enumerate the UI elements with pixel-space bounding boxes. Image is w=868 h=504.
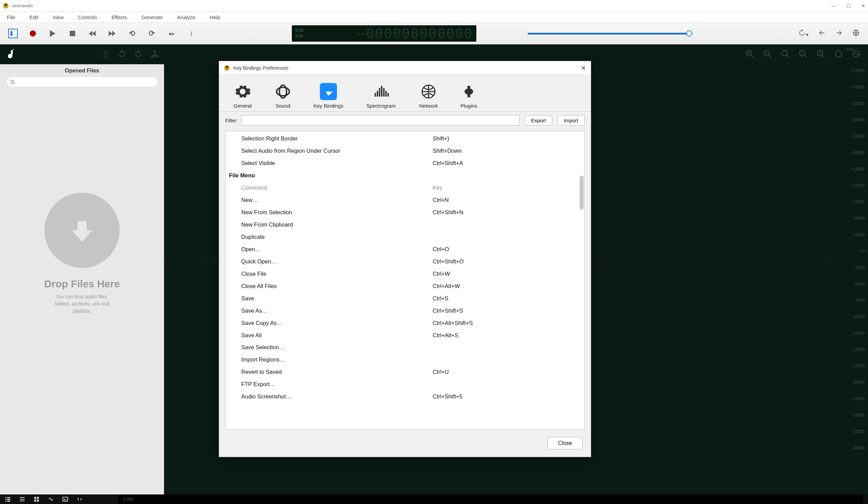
zoom-in-icon[interactable] — [745, 49, 755, 60]
menu-help[interactable]: Help — [210, 14, 220, 20]
volume-thumb[interactable] — [686, 30, 692, 37]
tab-general[interactable]: General — [223, 83, 263, 111]
filter-input[interactable] — [241, 115, 520, 125]
tab-network[interactable]: Network — [409, 83, 449, 111]
export-button[interactable]: Export — [525, 115, 552, 125]
keybinding-row[interactable]: New…Ctrl+N — [241, 194, 585, 206]
close-button[interactable]: Close — [547, 437, 583, 449]
info-button[interactable]: i — [187, 29, 196, 38]
ruler-tick: -7500 — [830, 298, 865, 303]
grip-icon[interactable] — [104, 50, 108, 59]
menu-analyze[interactable]: Analyze — [177, 14, 195, 20]
ruler-tick: -27500 — [830, 429, 865, 434]
keybinding-row[interactable]: Selection Right BorderShift+} — [241, 133, 585, 145]
view-lines-icon[interactable] — [19, 496, 25, 502]
menu-effects[interactable]: Effects — [111, 14, 127, 20]
keybinding-row[interactable]: New From SelectionCtrl+Shift+N — [241, 206, 585, 219]
minimize-button[interactable]: — — [831, 3, 836, 9]
maximize-button[interactable]: ☐ — [846, 3, 851, 9]
keybinding-row[interactable]: Select VisibleCtrl+Shift+A — [241, 157, 585, 169]
link-icon[interactable] — [48, 496, 54, 502]
ruler-tick: -12500 — [830, 331, 865, 336]
scrollbar-thumb[interactable] — [580, 176, 584, 210]
keybinding-row[interactable]: FTP Export… — [241, 378, 585, 391]
keybinding-row[interactable]: Revert to SavedCtrl+U — [241, 366, 585, 378]
keybinding-row[interactable]: Select Audio from Region Under CursorShi… — [241, 145, 585, 157]
dialog-close-x[interactable]: ✕ — [581, 64, 586, 72]
import-button[interactable]: Import — [557, 115, 585, 125]
drop-target-icon[interactable] — [44, 193, 120, 268]
tab-sound[interactable]: Sound — [263, 83, 303, 111]
forward-button[interactable] — [107, 29, 117, 38]
menu-generate[interactable]: Generate — [142, 14, 163, 20]
lcd-ch: 0 ch — [295, 33, 304, 39]
menu-view[interactable]: View — [53, 14, 64, 20]
drop-title: Drop Files Here — [44, 278, 120, 290]
keybinding-row[interactable]: Save As…Ctrl+Shift+S — [241, 305, 585, 317]
zoom-vertical-icon[interactable] — [816, 49, 826, 60]
zoom-selection-icon[interactable] — [798, 49, 808, 60]
keybinding-row[interactable]: CommandKey — [241, 182, 585, 194]
history-button[interactable]: ▾ — [798, 29, 808, 38]
keybinding-row[interactable]: Duplicate — [241, 231, 585, 243]
loop-selection-button[interactable]: ⟳ — [147, 29, 156, 38]
redo-button[interactable] — [134, 49, 143, 60]
ruler-tick: +0 — [830, 249, 865, 254]
volume-slider[interactable] — [528, 33, 692, 34]
loop-button[interactable]: ⟲ — [127, 29, 137, 38]
view-list-icon[interactable] — [5, 496, 11, 502]
keybindings-icon — [320, 83, 337, 100]
sort-icon[interactable] — [76, 496, 83, 502]
preferences-dialog: Key Bindings Preferences ✕ General Sound… — [219, 61, 591, 457]
keybinding-row[interactable]: Import Regions… — [241, 354, 585, 366]
ruler-tick: -20000 — [830, 380, 865, 385]
keybinding-row[interactable]: New From Clipboard — [241, 219, 585, 231]
menu-file[interactable]: File — [7, 14, 15, 20]
statusbar: 0.000 — [0, 494, 868, 504]
cut-button[interactable] — [151, 49, 159, 60]
keybinding-row[interactable]: Open…Ctrl+O — [241, 243, 585, 256]
zoom-fit-icon[interactable] — [781, 49, 790, 60]
plugins-icon — [460, 83, 477, 100]
dialog-titlebar[interactable]: Key Bindings Preferences ✕ — [219, 61, 591, 75]
menu-controls[interactable]: Controls — [78, 14, 97, 20]
tab-spectrogram[interactable]: Spectrogram — [354, 83, 409, 111]
image-icon[interactable] — [62, 496, 68, 502]
rewind-button[interactable] — [87, 29, 97, 38]
svg-point-5 — [11, 80, 14, 83]
svg-point-4 — [156, 55, 158, 58]
toggle-sidebar-button[interactable] — [8, 29, 18, 38]
keybinding-row[interactable]: Save Selection… — [241, 341, 585, 354]
ruler-tick: -30000 — [830, 445, 865, 450]
keybinding-list[interactable]: Selection Right BorderShift+}Select Audi… — [225, 131, 585, 430]
ruler-tick: -15000 — [830, 347, 865, 352]
keybinding-row[interactable]: SaveCtrl+S — [241, 292, 585, 305]
search-input[interactable] — [7, 77, 157, 87]
lcd-display: 0 Hz 0 ch –000000000000 — [292, 25, 476, 42]
view-grid-icon[interactable] — [33, 496, 40, 502]
opened-files-heading: Opened Files — [65, 68, 99, 74]
zoom-out-icon[interactable] — [763, 49, 772, 60]
close-window-button[interactable]: ✕ — [861, 3, 865, 9]
keybinding-row[interactable]: Audio Screenshot…Ctrl+Shift+5 — [241, 391, 585, 403]
tab-keybindings[interactable]: Key Bindings — [303, 83, 354, 111]
keybinding-row[interactable]: Quick Open…Ctrl+Shift+O — [241, 256, 585, 268]
keybinding-row[interactable]: Save AllCtrl+Alt+S — [241, 329, 585, 342]
tab-plugins[interactable]: Plugins — [449, 83, 489, 111]
nav-forward-button[interactable] — [835, 29, 843, 38]
svg-rect-13 — [63, 497, 68, 501]
keybinding-row[interactable]: Close All FilesCtrl+Alt+W — [241, 280, 585, 292]
stop-button[interactable] — [68, 29, 77, 38]
drop-subtitle: You can drop audio files, folders, archi… — [55, 293, 109, 315]
menu-edit[interactable]: Edit — [29, 14, 38, 20]
undo-button[interactable] — [117, 49, 126, 60]
ruler-tick: -5000 — [830, 281, 865, 286]
keybinding-row[interactable]: Save Copy As…Ctrl+Alt+Shift+S — [241, 317, 585, 329]
nav-back-button[interactable] — [818, 29, 826, 38]
record-button[interactable] — [28, 29, 38, 38]
keybinding-row[interactable]: Close FileCtrl+W — [241, 268, 585, 280]
globe-button[interactable] — [852, 29, 860, 38]
play-button[interactable] — [48, 29, 58, 38]
sidebar: Opened Files Drop Files Here You can dro… — [0, 44, 164, 494]
record-region-button[interactable]: ●▸ — [167, 29, 176, 38]
